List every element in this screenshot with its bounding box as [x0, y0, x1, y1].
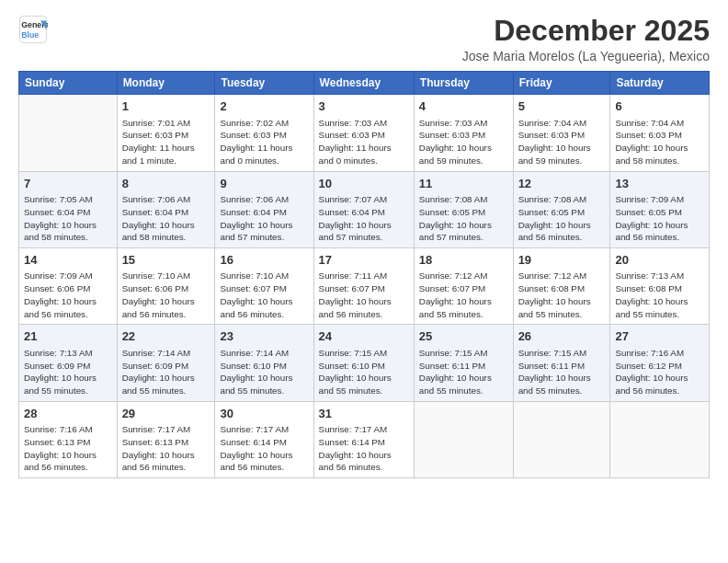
day-number: 27 [615, 328, 704, 345]
day-number: 12 [518, 176, 606, 192]
day-cell: 15Sunrise: 7:10 AM Sunset: 6:06 PM Dayli… [117, 247, 215, 324]
day-number: 5 [518, 98, 606, 115]
day-cell: 12Sunrise: 7:08 AM Sunset: 6:05 PM Dayli… [513, 171, 610, 247]
day-cell: 30Sunrise: 7:17 AM Sunset: 6:14 PM Dayli… [215, 401, 313, 477]
day-cell: 29Sunrise: 7:17 AM Sunset: 6:13 PM Dayli… [117, 401, 215, 477]
col-header-thursday: Thursday [414, 72, 513, 95]
day-cell: 20Sunrise: 7:13 AM Sunset: 6:08 PM Dayli… [610, 247, 710, 324]
svg-text:Blue: Blue [21, 30, 39, 40]
day-info: Sunrise: 7:11 AM Sunset: 6:07 PM Dayligh… [319, 270, 409, 320]
day-info: Sunrise: 7:06 AM Sunset: 6:04 PM Dayligh… [220, 193, 308, 244]
day-info: Sunrise: 7:04 AM Sunset: 6:03 PM Dayligh… [518, 117, 606, 167]
day-cell: 31Sunrise: 7:17 AM Sunset: 6:14 PM Dayli… [313, 401, 414, 477]
calendar-table: SundayMondayTuesdayWednesdayThursdayFrid… [18, 71, 710, 478]
day-info: Sunrise: 7:10 AM Sunset: 6:06 PM Dayligh… [122, 270, 210, 320]
day-info: Sunrise: 7:15 AM Sunset: 6:11 PM Dayligh… [518, 347, 606, 397]
day-cell: 17Sunrise: 7:11 AM Sunset: 6:07 PM Dayli… [313, 247, 414, 324]
day-info: Sunrise: 7:10 AM Sunset: 6:07 PM Dayligh… [220, 270, 308, 320]
day-info: Sunrise: 7:13 AM Sunset: 6:09 PM Dayligh… [24, 347, 112, 397]
week-row-3: 14Sunrise: 7:09 AM Sunset: 6:06 PM Dayli… [19, 247, 710, 324]
day-number: 7 [24, 176, 112, 192]
day-info: Sunrise: 7:13 AM Sunset: 6:08 PM Dayligh… [615, 270, 704, 320]
header-row: SundayMondayTuesdayWednesdayThursdayFrid… [19, 72, 710, 95]
day-info: Sunrise: 7:04 AM Sunset: 6:03 PM Dayligh… [615, 117, 704, 167]
day-number: 26 [518, 328, 606, 345]
calendar-subtitle: Jose Maria Morelos (La Yegueeria), Mexic… [462, 49, 710, 63]
day-info: Sunrise: 7:08 AM Sunset: 6:05 PM Dayligh… [518, 193, 606, 244]
day-info: Sunrise: 7:06 AM Sunset: 6:04 PM Dayligh… [122, 193, 210, 244]
day-cell [414, 401, 513, 477]
day-cell: 10Sunrise: 7:07 AM Sunset: 6:04 PM Dayli… [313, 171, 414, 247]
day-number: 24 [319, 328, 409, 345]
day-cell: 19Sunrise: 7:12 AM Sunset: 6:08 PM Dayli… [513, 247, 610, 324]
day-info: Sunrise: 7:16 AM Sunset: 6:13 PM Dayligh… [24, 423, 112, 474]
day-info: Sunrise: 7:03 AM Sunset: 6:03 PM Dayligh… [319, 117, 409, 167]
day-number: 3 [319, 98, 409, 115]
day-number: 29 [122, 406, 210, 422]
day-cell [19, 95, 118, 171]
day-cell: 3Sunrise: 7:03 AM Sunset: 6:03 PM Daylig… [313, 95, 414, 171]
day-number: 21 [24, 328, 112, 345]
logo: General Blue [18, 15, 48, 44]
week-row-1: 1Sunrise: 7:01 AM Sunset: 6:03 PM Daylig… [19, 95, 710, 171]
day-cell [513, 401, 610, 477]
day-info: Sunrise: 7:17 AM Sunset: 6:14 PM Dayligh… [319, 423, 409, 474]
day-cell: 7Sunrise: 7:05 AM Sunset: 6:04 PM Daylig… [19, 171, 118, 247]
col-header-saturday: Saturday [610, 72, 710, 95]
day-cell: 4Sunrise: 7:03 AM Sunset: 6:03 PM Daylig… [414, 95, 513, 171]
day-number: 25 [419, 328, 508, 345]
day-cell: 9Sunrise: 7:06 AM Sunset: 6:04 PM Daylig… [215, 171, 313, 247]
day-cell: 8Sunrise: 7:06 AM Sunset: 6:04 PM Daylig… [117, 171, 215, 247]
col-header-tuesday: Tuesday [215, 72, 313, 95]
day-cell: 11Sunrise: 7:08 AM Sunset: 6:05 PM Dayli… [414, 171, 513, 247]
col-header-sunday: Sunday [19, 72, 118, 95]
day-number: 4 [419, 98, 508, 115]
calendar-title: December 2025 [462, 15, 710, 47]
day-cell: 23Sunrise: 7:14 AM Sunset: 6:10 PM Dayli… [215, 325, 313, 401]
day-info: Sunrise: 7:17 AM Sunset: 6:13 PM Dayligh… [122, 423, 210, 474]
day-info: Sunrise: 7:17 AM Sunset: 6:14 PM Dayligh… [220, 423, 308, 474]
day-cell: 24Sunrise: 7:15 AM Sunset: 6:10 PM Dayli… [313, 325, 414, 401]
day-cell [610, 401, 710, 477]
day-number: 6 [615, 98, 704, 115]
title-block: December 2025 Jose Maria Morelos (La Yeg… [462, 15, 710, 63]
week-row-4: 21Sunrise: 7:13 AM Sunset: 6:09 PM Dayli… [19, 325, 710, 401]
day-cell: 27Sunrise: 7:16 AM Sunset: 6:12 PM Dayli… [610, 325, 710, 401]
day-info: Sunrise: 7:16 AM Sunset: 6:12 PM Dayligh… [615, 347, 704, 397]
day-number: 13 [615, 176, 704, 192]
day-number: 20 [615, 252, 704, 269]
day-number: 28 [24, 406, 112, 422]
day-info: Sunrise: 7:09 AM Sunset: 6:06 PM Dayligh… [24, 270, 112, 320]
day-cell: 28Sunrise: 7:16 AM Sunset: 6:13 PM Dayli… [19, 401, 118, 477]
day-info: Sunrise: 7:05 AM Sunset: 6:04 PM Dayligh… [24, 193, 112, 244]
day-number: 19 [518, 252, 606, 269]
day-cell: 1Sunrise: 7:01 AM Sunset: 6:03 PM Daylig… [117, 95, 215, 171]
day-number: 14 [24, 252, 112, 269]
day-cell: 14Sunrise: 7:09 AM Sunset: 6:06 PM Dayli… [19, 247, 118, 324]
day-number: 9 [220, 176, 308, 192]
day-number: 18 [419, 252, 508, 269]
day-cell: 26Sunrise: 7:15 AM Sunset: 6:11 PM Dayli… [513, 325, 610, 401]
day-cell: 22Sunrise: 7:14 AM Sunset: 6:09 PM Dayli… [117, 325, 215, 401]
day-cell: 25Sunrise: 7:15 AM Sunset: 6:11 PM Dayli… [414, 325, 513, 401]
day-number: 10 [319, 176, 409, 192]
day-info: Sunrise: 7:01 AM Sunset: 6:03 PM Dayligh… [122, 117, 210, 167]
day-number: 11 [419, 176, 508, 192]
day-cell: 13Sunrise: 7:09 AM Sunset: 6:05 PM Dayli… [610, 171, 710, 247]
day-info: Sunrise: 7:14 AM Sunset: 6:09 PM Dayligh… [122, 347, 210, 397]
day-cell: 5Sunrise: 7:04 AM Sunset: 6:03 PM Daylig… [513, 95, 610, 171]
day-number: 16 [220, 252, 308, 269]
day-number: 30 [220, 406, 308, 422]
col-header-wednesday: Wednesday [313, 72, 414, 95]
header-row: General Blue December 2025 Jose Maria Mo… [18, 15, 710, 63]
day-number: 2 [220, 98, 308, 115]
day-info: Sunrise: 7:09 AM Sunset: 6:05 PM Dayligh… [615, 193, 704, 244]
day-number: 23 [220, 328, 308, 345]
day-cell: 16Sunrise: 7:10 AM Sunset: 6:07 PM Dayli… [215, 247, 313, 324]
day-cell: 21Sunrise: 7:13 AM Sunset: 6:09 PM Dayli… [19, 325, 118, 401]
day-number: 31 [319, 406, 409, 422]
day-number: 22 [122, 328, 210, 345]
col-header-monday: Monday [117, 72, 215, 95]
logo-icon: General Blue [18, 15, 48, 44]
day-info: Sunrise: 7:12 AM Sunset: 6:08 PM Dayligh… [518, 270, 606, 320]
